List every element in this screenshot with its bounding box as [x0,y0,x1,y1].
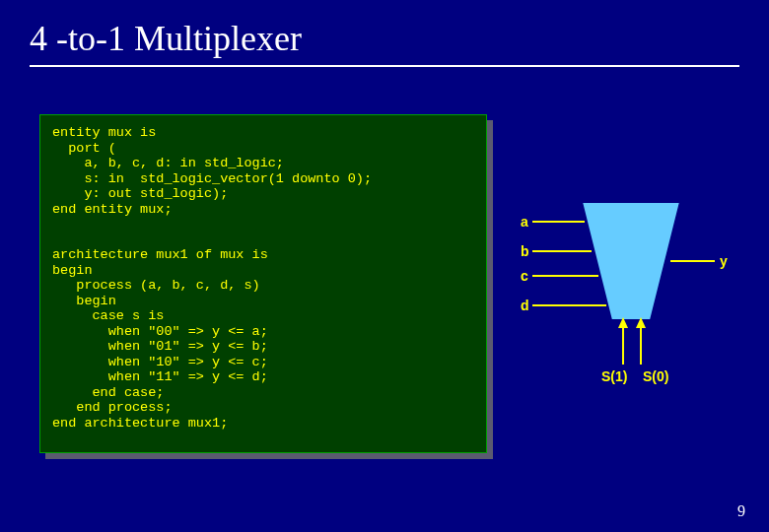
title-block: 4 -to-1 Multiplexer [30,18,739,67]
code-block-1: entity mux is port ( a, b, c, d: in std_… [52,125,372,217]
label-d: d [521,298,529,313]
slide-title: 4 -to-1 Multiplexer [30,18,739,59]
mux-diagram: a b c d y S(1) S(0) [513,197,730,394]
label-y: y [720,253,728,269]
code-box: entity mux is port ( a, b, c, d: in std_… [39,114,487,453]
code-block-2: architecture mux1 of mux is begin proces… [52,247,268,431]
label-b: b [521,243,529,259]
mux-body-icon [582,202,680,320]
label-c: c [521,268,528,284]
title-underline [30,65,739,67]
label-s0: S(0) [643,368,668,384]
slide-number: 9 [737,502,745,520]
label-s1: S(1) [601,368,627,384]
label-a: a [521,214,528,230]
mux-svg: a b c d y S(1) S(0) [513,197,730,394]
slide: 4 -to-1 Multiplexer entity mux is port (… [0,0,769,532]
